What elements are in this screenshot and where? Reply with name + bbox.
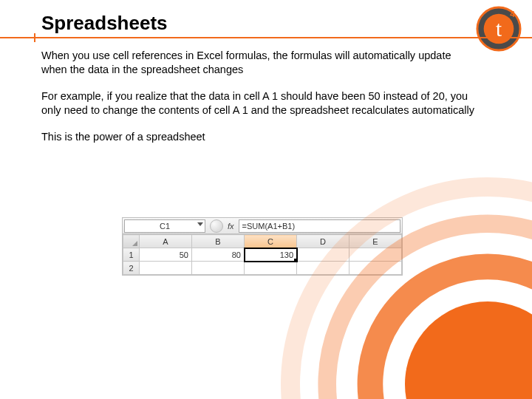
title-divider bbox=[0, 37, 532, 38]
page-title: Spreadsheets bbox=[41, 12, 168, 35]
cell-A1[interactable]: 50 bbox=[140, 248, 192, 262]
name-box-value: C1 bbox=[160, 222, 170, 231]
t4-logo: t 4 bbox=[476, 6, 522, 52]
paragraph-3: This is the power of a spreadsheet bbox=[41, 130, 477, 144]
spreadsheet-grid: A B C D E 1 50 80 130 2 bbox=[123, 234, 402, 275]
cell-E2[interactable] bbox=[349, 262, 402, 275]
formula-bar-row: C1 fx =SUM(A1+B1) bbox=[123, 218, 402, 234]
name-box[interactable]: C1 bbox=[124, 219, 205, 233]
row-header-2[interactable]: 2 bbox=[123, 262, 140, 275]
col-header-B[interactable]: B bbox=[192, 235, 245, 248]
col-header-D[interactable]: D bbox=[297, 235, 349, 248]
body-text: When you use cell references in Excel fo… bbox=[41, 49, 477, 157]
cell-B1[interactable]: 80 bbox=[192, 248, 245, 262]
cell-D2[interactable] bbox=[297, 262, 349, 275]
table-row: 2 bbox=[123, 262, 402, 275]
cell-D1[interactable] bbox=[297, 248, 349, 262]
dropdown-icon[interactable] bbox=[197, 222, 203, 226]
cell-B2[interactable] bbox=[192, 262, 245, 275]
excel-screenshot: C1 fx =SUM(A1+B1) A B C D E 1 50 80 1 bbox=[122, 217, 403, 276]
fx-button-icon[interactable] bbox=[210, 219, 223, 233]
formula-bar-value: =SUM(A1+B1) bbox=[242, 222, 296, 231]
table-row: 1 50 80 130 bbox=[123, 248, 402, 262]
logo-sup: 4 bbox=[510, 9, 515, 18]
col-header-A[interactable]: A bbox=[140, 235, 192, 248]
select-all-corner[interactable] bbox=[123, 235, 140, 248]
paragraph-2: For example, if you realize that the dat… bbox=[41, 89, 477, 117]
row-header-1[interactable]: 1 bbox=[123, 248, 140, 262]
fx-label: fx bbox=[228, 222, 234, 231]
cell-E1[interactable] bbox=[349, 248, 402, 262]
formula-bar[interactable]: =SUM(A1+B1) bbox=[239, 219, 400, 233]
col-header-C[interactable]: C bbox=[245, 235, 297, 248]
cell-C2[interactable] bbox=[245, 262, 297, 275]
decorative-arcs bbox=[281, 177, 532, 399]
cell-A2[interactable] bbox=[140, 262, 192, 275]
paragraph-1: When you use cell references in Excel fo… bbox=[41, 49, 477, 76]
cell-C1[interactable]: 130 bbox=[245, 248, 297, 262]
col-header-E[interactable]: E bbox=[349, 235, 402, 248]
